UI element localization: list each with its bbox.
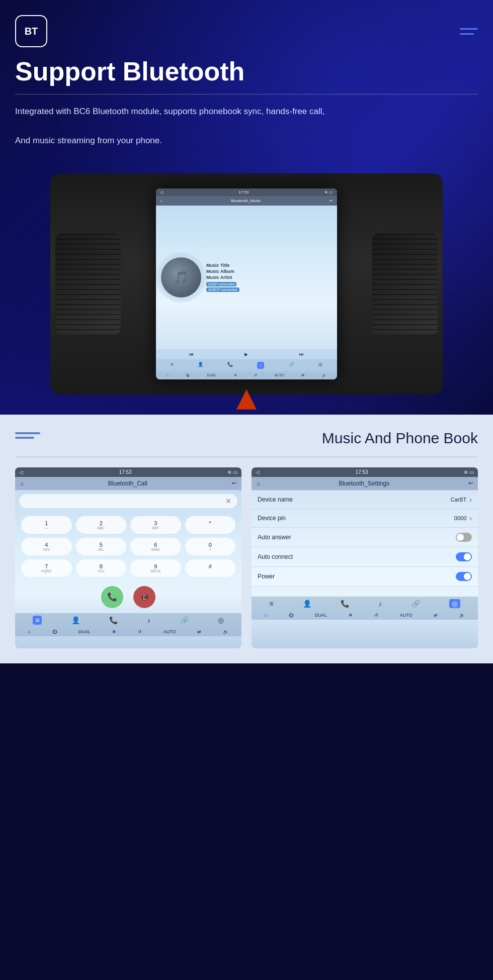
hero-section: BT Support Bluetooth Integrated with BC6… [0,0,493,415]
section-lines [15,432,40,439]
settings-row-device-pin[interactable]: Device pin 0000 › [252,509,478,528]
settings-bottom-nav: ≡ 👤 📞 ♪ 🔗 ◎ [252,597,478,611]
screen-system-bar: ⌂ ⏻ DUAL ❄ ↺ AUTO ⇌ 🔊 [156,371,337,379]
hero-title: Support Bluetooth [15,57,478,86]
left-vent [55,234,121,334]
dial-key-4[interactable]: 4GHI [21,538,72,555]
end-call-button[interactable]: 📵 [133,586,155,608]
chevron-right-icon: › [469,514,472,522]
answer-call-button[interactable]: 📞 [101,586,123,608]
car-mockup: ◁ 17:53 ≋ ▭ ⌂ Bluetooth_Music ↩ 🎵 [50,173,443,395]
dial-key-7[interactable]: 7PQRS [21,559,72,577]
settings-nav: ⌂ Bluetooth_Settings ↩ [252,477,478,490]
album-art: 🎵 [161,257,201,298]
nav-camera-icon[interactable]: ◎ [218,616,224,624]
dialer-clear-icon[interactable]: ✕ [225,497,231,505]
nav-music-icon[interactable]: ♪ [147,616,150,624]
car-display: ◁ 17:53 ≋ ▭ ⌂ Bluetooth_Music ↩ 🎵 [15,163,478,415]
hero-divider [15,94,478,94]
section-divider [15,457,478,457]
call-buttons-row: 📞 📵 [15,581,241,613]
call-nav: ⌂ Bluetooth_Call ↩ [15,477,241,490]
nav-link-icon[interactable]: 🔗 [412,600,420,608]
call-screen: ◁ 17:53 ≋ ▭ ⌂ Bluetooth_Call ↩ ✕ 1— 2ABC… [15,467,241,648]
bottom-section: Music And Phone Book ◁ 17:53 ≋ ▭ ⌂ Bluet… [0,415,493,663]
dial-key-3[interactable]: 3DEF [130,516,181,534]
call-bottom-nav: ≡ 👤 📞 ♪ 🔗 ◎ [15,613,241,627]
center-screen-unit: ◁ 17:53 ≋ ▭ ⌂ Bluetooth_Music ↩ 🎵 [156,188,337,379]
settings-list: Device name CarBT › Device pin 0000 › [252,490,478,586]
screens-row: ◁ 17:53 ≋ ▭ ⌂ Bluetooth_Call ↩ ✕ 1— 2ABC… [15,467,478,648]
settings-status-bar: ◁ 17:53 ≋ ▭ [252,467,478,477]
screen-status-bar: ◁ 17:53 ≋ ▭ [156,188,337,196]
dial-key-8[interactable]: 8TUV [76,559,127,577]
nav-music-icon[interactable]: ♪ [378,600,382,608]
chevron-right-icon: › [469,496,472,504]
settings-row-power[interactable]: Power [252,567,478,586]
hero-description: Integrated with BC6 Bluetooth module, su… [15,105,478,148]
dial-key-star[interactable]: * [185,516,236,534]
screen-nav: ⌂ Bluetooth_Music ↩ [156,196,337,206]
dial-grid: 1— 2ABC 3DEF * 4GHI 5JKL 6MNO 0+ 7PQRS 8… [15,512,241,581]
bt-logo: BT [15,15,47,47]
dial-key-2[interactable]: 2ABC [76,516,127,534]
music-content: 🎵 Music Title Music Album Music Artist A… [156,206,337,349]
playback-controls: ⏮ ▶ ⏭ [156,349,337,359]
nav-link-icon[interactable]: 🔗 [180,616,189,624]
dial-key-6[interactable]: 6MNO [130,538,181,555]
dial-key-1[interactable]: 1— [21,516,72,534]
hamburger-menu-icon[interactable] [460,28,478,35]
call-system-bar: ⌂ ⏻ DUAL ❄ ↺ AUTO ⇌ 🔊 [15,627,241,636]
dial-key-0[interactable]: 0+ [185,538,236,555]
settings-row-auto-answer[interactable]: Auto answer [252,528,478,547]
nav-phone-icon[interactable]: 📞 [341,600,349,608]
music-info: Music Title Music Album Music Artist A2D… [206,263,332,292]
screen-ui: ◁ 17:53 ≋ ▭ ⌂ Bluetooth_Music ↩ 🎵 [156,188,337,379]
auto-answer-toggle[interactable] [456,533,472,542]
header-row: BT [15,15,478,47]
settings-row-auto-connect[interactable]: Auto connect [252,547,478,567]
section-line-2 [15,437,34,439]
nav-home-active[interactable]: ≡ [33,616,42,625]
nav-settings-active-icon[interactable]: ◎ [449,599,460,608]
section-title: Music And Phone Book [322,430,478,447]
settings-system-bar: ⌂ ⏻ DUAL ❄ ↺ AUTO ⇌ 🔊 [252,611,478,620]
nav-phone-icon[interactable]: 📞 [109,616,118,624]
dial-key-5[interactable]: 5JKL [76,538,127,555]
nav-contacts-icon[interactable]: 👤 [303,600,311,608]
dialer-input[interactable]: ✕ [19,494,237,508]
dial-key-9[interactable]: 9WXYZ [130,559,181,577]
right-vent [372,234,438,334]
settings-row-device-name[interactable]: Device name CarBT › [252,490,478,509]
settings-screen: ◁ 17:53 ≋ ▭ ⌂ Bluetooth_Settings ↩ Devic… [252,467,478,648]
section-line-1 [15,432,40,434]
nav-contacts-icon[interactable]: 👤 [71,616,80,624]
call-status-bar: ◁ 17:53 ≋ ▭ [15,467,241,477]
screen-bottom-nav: ≡ 👤 📞 ♪ 🔗 ◎ [156,359,337,371]
nav-home-icon[interactable]: ≡ [269,600,273,608]
power-toggle[interactable] [456,572,472,581]
dial-key-hash[interactable]: # [185,559,236,577]
auto-connect-toggle[interactable] [456,552,472,561]
section-header: Music And Phone Book [15,430,478,447]
